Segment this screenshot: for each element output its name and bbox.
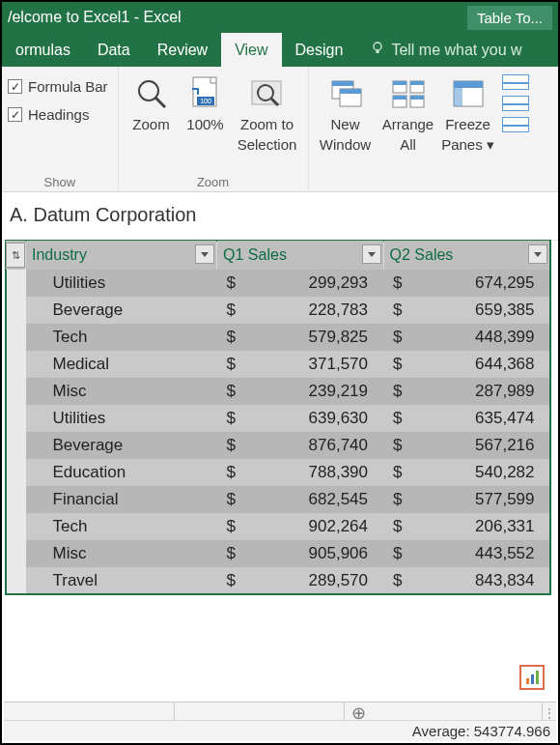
table-row[interactable]: Tech$902,264$206,331 [6,513,550,540]
row-stub [6,486,26,513]
cell-industry[interactable]: Misc [26,378,217,405]
cell-industry[interactable]: Beverage [26,432,217,459]
cell-q2-value[interactable]: 567,216 [403,432,549,459]
cell-q2-value[interactable]: 674,295 [403,270,549,297]
table-row[interactable]: Medical$371,570$644,368 [6,351,550,378]
data-table[interactable]: ⇅ Industry Q1 Sales Q2 Sales Utilities$2… [6,241,550,594]
cell-q2-currency[interactable]: $ [383,378,403,405]
filter-button-industry[interactable] [195,244,214,264]
page-title[interactable]: A. Datum Corporation [2,192,558,241]
cell-industry[interactable]: Tech [26,324,217,351]
cell-q1-currency[interactable]: $ [217,405,237,432]
formula-bar-checkbox[interactable]: ✓ Formula Bar [8,78,108,95]
cell-q1-currency[interactable]: $ [217,324,237,351]
tab-data[interactable]: Data [84,33,144,67]
cell-q1-currency[interactable]: $ [217,513,237,540]
window-extra-buttons[interactable] [498,72,529,153]
cell-industry[interactable]: Utilities [26,405,217,432]
cell-q1-currency[interactable]: $ [217,378,237,405]
cell-q2-currency[interactable]: $ [383,432,403,459]
col-q1[interactable]: Q1 Sales [217,241,383,270]
cell-q1-value[interactable]: 299,293 [237,270,383,297]
cell-q1-value[interactable]: 876,740 [237,432,383,459]
cell-industry[interactable]: Education [26,459,217,486]
cell-q2-value[interactable]: 448,399 [403,324,549,351]
cell-q2-currency[interactable]: $ [383,540,403,567]
col-industry[interactable]: Industry [26,241,217,270]
cell-q2-value[interactable]: 443,552 [403,540,549,567]
cell-q1-currency[interactable]: $ [217,432,237,459]
table-row[interactable]: Tech$579,825$448,399 [6,324,550,351]
freeze-panes-button[interactable]: Freeze Panes ▾ [440,72,496,153]
cell-q2-value[interactable]: 540,282 [403,459,549,486]
table-row[interactable]: Beverage$228,783$659,385 [6,297,550,324]
table-row[interactable]: Utilities$299,293$674,295 [6,270,550,297]
cell-q2-value[interactable]: 287,989 [403,378,549,405]
cell-q2-currency[interactable]: $ [383,405,403,432]
cell-q1-value[interactable]: 579,825 [237,324,383,351]
cell-q2-currency[interactable]: $ [383,324,403,351]
cell-q1-value[interactable]: 228,783 [237,297,383,324]
table-row[interactable]: Beverage$876,740$567,216 [6,432,550,459]
cell-q1-currency[interactable]: $ [217,297,237,324]
tab-view[interactable]: View [221,33,281,67]
tell-me-search[interactable]: Tell me what you w [356,33,521,67]
cell-q1-value[interactable]: 371,570 [237,351,383,378]
tab-design[interactable]: Design [282,33,357,67]
table-row[interactable]: Misc$239,219$287,989 [6,378,550,405]
cell-industry[interactable]: Utilities [26,270,217,297]
cell-q1-currency[interactable]: $ [217,459,237,486]
cell-q2-value[interactable]: 843,834 [403,567,549,594]
cell-q1-currency[interactable]: $ [217,567,237,594]
cell-industry[interactable]: Tech [26,513,217,540]
cell-q2-currency[interactable]: $ [383,486,403,513]
new-window-button[interactable]: New Window [315,72,377,153]
col-q2[interactable]: Q2 Sales [383,241,549,270]
table-row[interactable]: Financial$682,545$577,599 [6,486,550,513]
table-row[interactable]: Travel$289,570$843,834 [6,567,550,594]
cell-industry[interactable]: Beverage [26,297,217,324]
cell-q1-currency[interactable]: $ [217,270,237,297]
zoom-100-button[interactable]: 100 100% [181,72,231,153]
cell-q1-currency[interactable]: $ [217,486,237,513]
sort-arrows-icon: ⇅ [6,243,25,268]
cell-q1-value[interactable]: 682,545 [237,486,383,513]
cell-q1-value[interactable]: 902,264 [237,513,383,540]
tab-review[interactable]: Review [144,33,221,67]
cell-industry[interactable]: Misc [26,540,217,567]
cell-industry[interactable]: Medical [26,351,217,378]
cell-q2-value[interactable]: 577,599 [403,486,549,513]
table-row[interactable]: Misc$905,906$443,552 [6,540,550,567]
cell-q1-currency[interactable]: $ [217,540,237,567]
arrange-all-button[interactable]: Arrange All [378,72,438,153]
cell-q2-value[interactable]: 635,474 [403,405,549,432]
cell-q2-currency[interactable]: $ [383,270,403,297]
quick-analysis-button[interactable] [519,665,545,690]
cell-q2-currency[interactable]: $ [383,459,403,486]
filter-button-q1[interactable] [362,244,381,264]
tab-formulas[interactable]: ormulas [2,33,84,67]
cell-q2-currency[interactable]: $ [383,567,403,594]
cell-q1-value[interactable]: 289,570 [237,567,383,594]
cell-q1-value[interactable]: 239,219 [237,378,383,405]
cell-industry[interactable]: Travel [26,567,217,594]
cell-q2-currency[interactable]: $ [383,297,403,324]
zoom-button[interactable]: Zoom [125,72,179,153]
filter-button-q2[interactable] [528,244,547,264]
cell-q2-currency[interactable]: $ [383,513,403,540]
cell-q2-currency[interactable]: $ [383,351,403,378]
cell-q1-currency[interactable]: $ [217,351,237,378]
cell-q2-value[interactable]: 644,368 [403,351,549,378]
cell-q1-value[interactable]: 788,390 [237,459,383,486]
cell-q1-value[interactable]: 639,630 [237,405,383,432]
zoom-to-selection-button[interactable]: Zoom to Selection [233,72,302,153]
sort-handle-cell[interactable]: ⇅ [6,241,26,270]
table-row[interactable]: Education$788,390$540,282 [6,459,550,486]
contextual-tab-label: Table To... [467,6,552,30]
cell-q1-value[interactable]: 905,906 [237,540,383,567]
headings-checkbox[interactable]: ✓ Headings [8,106,108,123]
table-row[interactable]: Utilities$639,630$635,474 [6,405,550,432]
cell-industry[interactable]: Financial [26,486,217,513]
cell-q2-value[interactable]: 659,385 [403,297,549,324]
cell-q2-value[interactable]: 206,331 [403,513,549,540]
